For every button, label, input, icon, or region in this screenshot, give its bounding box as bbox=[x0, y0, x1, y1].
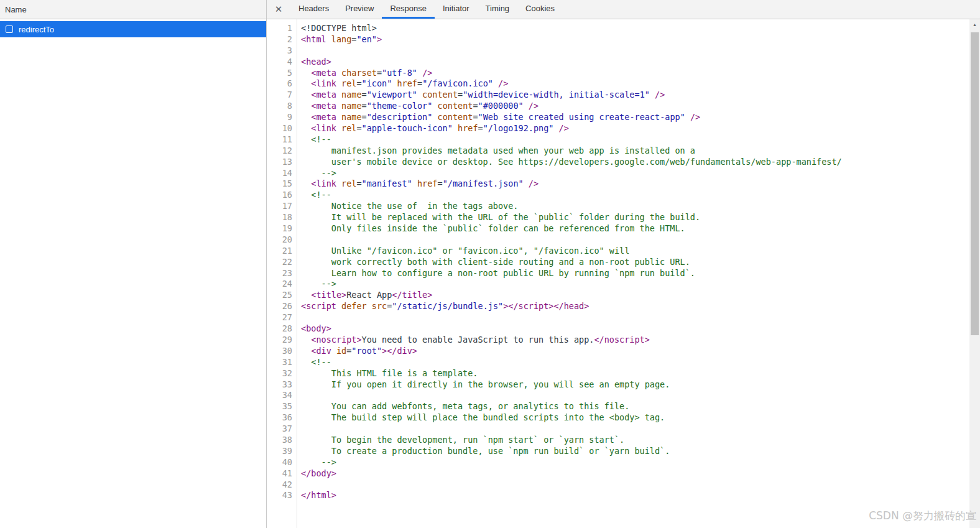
line-number: 19 bbox=[267, 223, 297, 234]
line-number: 5 bbox=[267, 68, 297, 79]
line-number: 18 bbox=[267, 212, 297, 223]
request-detail-panel: ✕ Headers Preview Response Initiator Tim… bbox=[267, 0, 980, 528]
request-list-panel: Name redirectTo bbox=[0, 0, 267, 528]
scrollbar-thumb[interactable] bbox=[971, 32, 979, 335]
tab-initiator[interactable]: Initiator bbox=[435, 0, 478, 19]
line-number: 29 bbox=[267, 335, 297, 346]
code-line: 32 This HTML file is a template. bbox=[267, 368, 969, 379]
tab-headers[interactable]: Headers bbox=[290, 0, 337, 19]
line-number: 23 bbox=[267, 268, 297, 279]
request-checkbox-icon[interactable] bbox=[6, 25, 13, 33]
csdn-watermark: CSDN @努力搬砖的宣 bbox=[869, 509, 976, 523]
line-number: 17 bbox=[267, 201, 297, 212]
line-number: 33 bbox=[267, 379, 297, 391]
line-number: 31 bbox=[267, 357, 297, 368]
response-source-view: 1<!DOCTYPE html>2<html lang="en">34<head… bbox=[267, 19, 969, 528]
tab-response[interactable]: Response bbox=[382, 0, 435, 19]
code-line: 13 user's mobile device or desktop. See … bbox=[267, 157, 969, 168]
request-name-label: redirectTo bbox=[19, 25, 54, 34]
line-number: 3 bbox=[267, 45, 297, 57]
code-line: 20 bbox=[267, 234, 969, 246]
line-number: 22 bbox=[267, 257, 297, 268]
line-number: 24 bbox=[267, 279, 297, 290]
code-line: 33 If you open it directly in the browse… bbox=[267, 379, 969, 391]
line-number: 25 bbox=[267, 290, 297, 301]
line-number: 42 bbox=[267, 479, 297, 491]
code-line: 11 <!-- bbox=[267, 134, 969, 146]
code-line: 4<head> bbox=[267, 57, 969, 68]
scroll-up-arrow-icon[interactable]: ▲ bbox=[969, 19, 980, 30]
tab-timing[interactable]: Timing bbox=[478, 0, 518, 19]
code-line: 7 <meta name="viewport" content="width=d… bbox=[267, 90, 969, 101]
code-line: 6 <link rel="icon" href="/favicon.ico" /… bbox=[267, 78, 969, 90]
code-line: 9 <meta name="description" content="Web … bbox=[267, 112, 969, 123]
devtools-network-panel: Name redirectTo ✕ Headers Preview Respon… bbox=[0, 0, 980, 528]
code-line: 2<html lang="en"> bbox=[267, 34, 969, 45]
request-row-redirectto[interactable]: redirectTo bbox=[0, 21, 266, 37]
line-number: 35 bbox=[267, 401, 297, 412]
code-line: 17 Notice the use of in the tags above. bbox=[267, 201, 969, 212]
line-number: 20 bbox=[267, 234, 297, 246]
code-line: 27 bbox=[267, 312, 969, 323]
code-line: 39 To create a production bundle, use `n… bbox=[267, 446, 969, 457]
code-line: 18 It will be replaced with the URL of t… bbox=[267, 212, 969, 223]
line-number: 16 bbox=[267, 190, 297, 201]
line-number: 7 bbox=[267, 90, 297, 101]
close-icon[interactable]: ✕ bbox=[267, 0, 290, 19]
line-number: 1 bbox=[267, 23, 297, 34]
code-line: 16 <!-- bbox=[267, 190, 969, 201]
line-number: 15 bbox=[267, 178, 297, 190]
code-line: 3 bbox=[267, 45, 969, 57]
code-line: 14 --> bbox=[267, 168, 969, 179]
line-number: 36 bbox=[267, 412, 297, 424]
code-line: 43</html> bbox=[267, 490, 969, 501]
line-number: 32 bbox=[267, 368, 297, 379]
name-column-header[interactable]: Name bbox=[0, 0, 266, 19]
code-line: 40 --> bbox=[267, 457, 969, 468]
code-line: 21 Unlike "/favicon.ico" or "favicon.ico… bbox=[267, 246, 969, 257]
code-line: 31 <!-- bbox=[267, 357, 969, 368]
code-line: 35 You can add webfonts, meta tags, or a… bbox=[267, 401, 969, 412]
line-number: 38 bbox=[267, 435, 297, 446]
code-line: 8 <meta name="theme-color" content="#000… bbox=[267, 101, 969, 112]
code-line: 41</body> bbox=[267, 468, 969, 479]
code-line: 34 bbox=[267, 390, 969, 401]
code-line: 26<script defer src="/static/js/bundle.j… bbox=[267, 301, 969, 312]
code-line: 1<!DOCTYPE html> bbox=[267, 23, 969, 34]
line-number: 28 bbox=[267, 323, 297, 335]
vertical-scrollbar[interactable]: ▲ bbox=[969, 19, 980, 528]
line-number: 13 bbox=[267, 157, 297, 168]
code-line: 36 The build step will place the bundled… bbox=[267, 412, 969, 424]
name-column-label: Name bbox=[5, 5, 27, 14]
line-number: 9 bbox=[267, 112, 297, 123]
code-line: 25 <title>React App</title> bbox=[267, 290, 969, 301]
code-line: 30 <div id="root"></div> bbox=[267, 346, 969, 357]
line-number: 37 bbox=[267, 424, 297, 435]
line-number: 26 bbox=[267, 301, 297, 312]
line-number: 40 bbox=[267, 457, 297, 468]
line-number: 12 bbox=[267, 146, 297, 157]
detail-tab-bar: ✕ Headers Preview Response Initiator Tim… bbox=[267, 0, 980, 19]
line-number: 11 bbox=[267, 134, 297, 146]
code-line: 10 <link rel="apple-touch-icon" href="/l… bbox=[267, 123, 969, 134]
tab-preview[interactable]: Preview bbox=[337, 0, 382, 19]
code-line: 22 work correctly both with client-side … bbox=[267, 257, 969, 268]
code-line: 19 Only files inside the `public` folder… bbox=[267, 223, 969, 234]
line-number: 27 bbox=[267, 312, 297, 323]
line-number: 34 bbox=[267, 390, 297, 401]
line-number: 8 bbox=[267, 101, 297, 112]
code-line: 42 bbox=[267, 479, 969, 491]
line-number: 6 bbox=[267, 78, 297, 90]
tab-cookies[interactable]: Cookies bbox=[517, 0, 563, 19]
code-line: 29 <noscript>You need to enable JavaScri… bbox=[267, 335, 969, 346]
line-number: 2 bbox=[267, 34, 297, 45]
code-line: 37 bbox=[267, 424, 969, 435]
line-number: 39 bbox=[267, 446, 297, 457]
line-number: 30 bbox=[267, 346, 297, 357]
code-line: 12 manifest.json provides metadata used … bbox=[267, 146, 969, 157]
line-number: 4 bbox=[267, 57, 297, 68]
code-line: 28<body> bbox=[267, 323, 969, 335]
code-line: 15 <link rel="manifest" href="/manifest.… bbox=[267, 178, 969, 190]
code-line: 38 To begin the development, run `npm st… bbox=[267, 435, 969, 446]
code-line: 24 --> bbox=[267, 279, 969, 290]
